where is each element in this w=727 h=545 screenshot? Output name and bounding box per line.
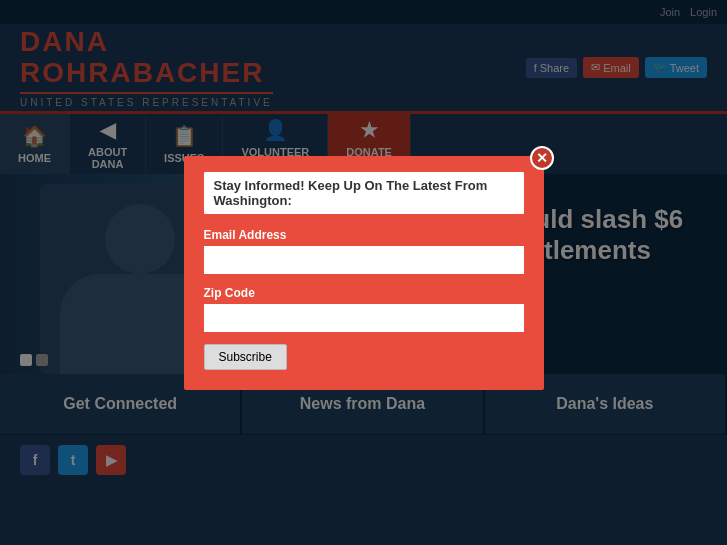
modal-email-label: Email Address xyxy=(204,228,524,242)
modal: Stay Informed! Keep Up On The Latest Fro… xyxy=(184,156,544,390)
modal-zip-label: Zip Code xyxy=(204,286,524,300)
modal-zip-input[interactable] xyxy=(204,304,524,332)
modal-email-input[interactable] xyxy=(204,246,524,274)
modal-overlay: Stay Informed! Keep Up On The Latest Fro… xyxy=(0,0,727,545)
modal-close-button[interactable]: ✕ xyxy=(530,146,554,170)
modal-title: Stay Informed! Keep Up On The Latest Fro… xyxy=(204,172,524,214)
page-wrapper: Join Login DANA ROHRABACHER UNITED STATE… xyxy=(0,0,727,545)
modal-subscribe-button[interactable]: Subscribe xyxy=(204,344,287,370)
modal-subscribe-label: Subscribe xyxy=(219,350,272,364)
